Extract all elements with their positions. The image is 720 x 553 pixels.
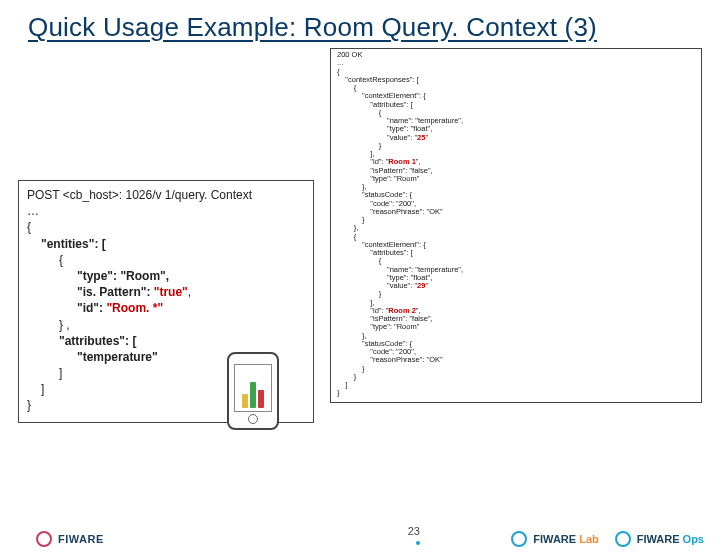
- slide-title: Quick Usage Example: Room Query. Context…: [28, 12, 702, 43]
- code-line: 200 OK: [337, 51, 697, 59]
- code-line: "attributes": [: [27, 333, 305, 349]
- code-line: },: [337, 224, 697, 232]
- footer-bar: FIWARE FIWARE Lab FIWARE Ops: [0, 527, 720, 553]
- fiware-text: FIWARE: [58, 533, 104, 545]
- slide: Quick Usage Example: Room Query. Context…: [0, 0, 720, 553]
- code-line: } ,: [27, 317, 305, 333]
- code-line: "type": "Room": [337, 175, 697, 183]
- response-code-box: 200 OK...{ "contextResponses": [ { "cont…: [330, 48, 702, 403]
- code-line: }: [337, 373, 697, 381]
- code-line: }: [337, 290, 697, 298]
- code-line: "attributes": [: [337, 101, 697, 109]
- request-header: POST <cb_host>: 1026/v 1/query. Context: [27, 187, 305, 203]
- code-line: "reasonPhrase": "OK": [337, 356, 697, 364]
- fiware-lab-logo: FIWARE Lab: [511, 531, 598, 547]
- code-line: "entities": [: [27, 236, 305, 252]
- code-line: …: [27, 203, 305, 219]
- code-line: "contextResponses": [: [337, 76, 697, 84]
- swirl-icon: [36, 531, 52, 547]
- code-line: "type": "Room": [337, 323, 697, 331]
- fiware-lab-text: FIWARE Lab: [533, 533, 598, 545]
- code-line: "id": "Room. *": [27, 300, 305, 316]
- footer-right-logos: FIWARE Lab FIWARE Ops: [511, 531, 704, 547]
- code-line: "type": "Room",: [27, 268, 305, 284]
- code-line: }: [337, 389, 697, 397]
- code-line: "is. Pattern": "true",: [27, 284, 305, 300]
- code-line: }: [337, 216, 697, 224]
- code-line: ]: [337, 381, 697, 389]
- code-line: ...: [337, 59, 697, 67]
- code-line: "attributes": [: [337, 249, 697, 257]
- swirl-icon: [511, 531, 527, 547]
- phone-illustration: [227, 352, 279, 430]
- code-line: "value": "25": [337, 134, 697, 142]
- code-line: {: [27, 252, 305, 268]
- code-line: }: [337, 142, 697, 150]
- swirl-icon: [615, 531, 631, 547]
- code-line: "reasonPhrase": "OK": [337, 208, 697, 216]
- code-line: }: [337, 365, 697, 373]
- code-line: "value": "29": [337, 282, 697, 290]
- fiware-logo: FIWARE: [36, 531, 104, 547]
- code-line: {: [27, 219, 305, 235]
- fiware-ops-text: FIWARE Ops: [637, 533, 704, 545]
- fiware-ops-logo: FIWARE Ops: [615, 531, 704, 547]
